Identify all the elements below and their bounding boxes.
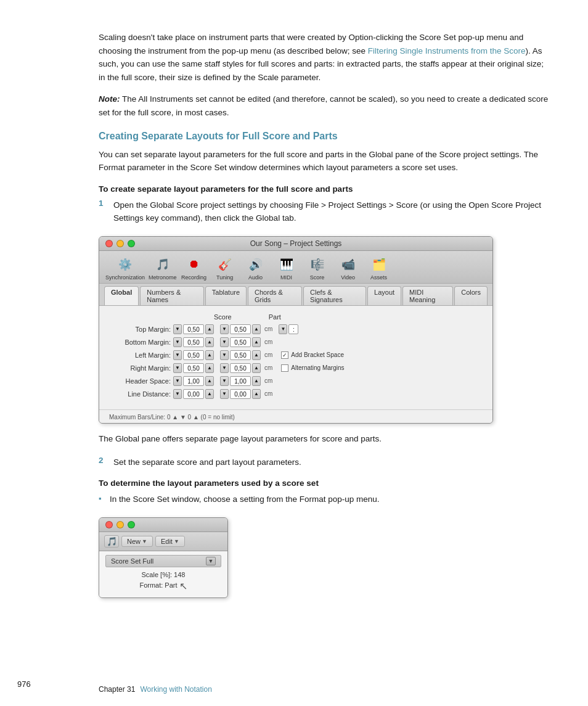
score-set-format-button[interactable]: ▼: [206, 557, 216, 565]
tab-midi-meaning[interactable]: MIDI Meaning: [402, 286, 453, 305]
left-margin-score-val[interactable]: 0,50: [183, 350, 204, 360]
toolbar-audio[interactable]: 🔊 Audio: [242, 256, 269, 281]
toolbar-recording[interactable]: ⏺ Recording: [181, 256, 208, 281]
header-space-score-down[interactable]: ▼: [173, 376, 182, 386]
bottom-margin-score-val[interactable]: 0,50: [183, 337, 204, 347]
alternating-margins-option: Alternating Margins: [281, 364, 344, 372]
top-margin-score-val[interactable]: 0,50: [183, 324, 204, 334]
top-margin-extra-val: :: [288, 324, 298, 334]
header-space-part-spin[interactable]: ▼ 1,00 ▲: [220, 376, 261, 386]
chapter-link[interactable]: Working with Notation: [140, 685, 212, 694]
toolbar-score[interactable]: 🎼 Score: [304, 256, 331, 281]
toolbar-synchronization[interactable]: ⚙️ Synchronization: [105, 256, 145, 281]
line-distance-part-down[interactable]: ▼: [220, 389, 229, 399]
toolbar-metronome[interactable]: 🎵 Metronome: [149, 256, 177, 281]
bottom-margin-score-up[interactable]: ▲: [205, 337, 214, 347]
header-space-unit: cm: [264, 377, 272, 384]
bottom-margin-score-down[interactable]: ▼: [173, 337, 182, 347]
top-margin-part-spin[interactable]: ▼ 0,50 ▲: [220, 324, 261, 334]
left-margin-score-down[interactable]: ▼: [173, 350, 182, 360]
maximize-button[interactable]: [128, 240, 135, 247]
toolbar-assets[interactable]: 🗂️ Assets: [365, 256, 393, 281]
tab-colors[interactable]: Colors: [454, 286, 488, 305]
add-bracket-space-label: Add Bracket Space: [291, 351, 344, 358]
header-space-part-val[interactable]: 1,00: [230, 376, 251, 386]
minimize-button[interactable]: [116, 240, 124, 247]
right-margin-part-spin[interactable]: ▼ 0,50 ▲: [220, 363, 261, 373]
right-margin-part-val[interactable]: 0,50: [230, 363, 251, 373]
filtering-link[interactable]: Filtering Single Instruments from the Sc…: [368, 46, 526, 55]
line-distance-part-val[interactable]: 0,00: [230, 389, 251, 399]
bottom-margin-part-spin[interactable]: ▼ 0,50 ▲: [220, 337, 261, 347]
toolbar-video[interactable]: 📹 Video: [335, 256, 362, 281]
line-distance-score-spin[interactable]: ▼ 0,00 ▲: [173, 389, 214, 399]
score-set-close-button[interactable]: [105, 521, 113, 528]
left-margin-part-val[interactable]: 0,50: [230, 350, 251, 360]
top-margin-part-val[interactable]: 0,50: [230, 324, 251, 334]
video-icon: 📹: [340, 256, 357, 273]
tab-tablature[interactable]: Tablature: [205, 286, 247, 305]
clipped-row-text: Maximum Bars/Line: 0 ▲ ▼ 0 ▲ (0 = no lim…: [109, 414, 483, 421]
synchronization-icon: ⚙️: [116, 256, 134, 273]
top-margin-extra-spin[interactable]: ▼ :: [279, 324, 298, 334]
header-space-part-down[interactable]: ▼: [220, 376, 229, 386]
bottom-margin-part-down[interactable]: ▼: [220, 337, 229, 347]
right-margin-score-down[interactable]: ▼: [173, 363, 182, 373]
toolbar-tuning[interactable]: 🎸 Tuning: [211, 256, 239, 281]
left-margin-part-up[interactable]: ▲: [252, 350, 261, 360]
header-space-score-spin[interactable]: ▼ 1,00 ▲: [173, 376, 214, 386]
tab-global[interactable]: Global: [104, 286, 139, 305]
right-margin-score-spin[interactable]: ▼ 0,50 ▲: [173, 363, 214, 373]
header-space-part-up[interactable]: ▲: [252, 376, 261, 386]
line-distance-part-up[interactable]: ▲: [252, 389, 261, 399]
top-margin-unit: cm: [264, 326, 272, 332]
top-margin-part-down[interactable]: ▼: [220, 324, 229, 334]
top-margin-extra-down[interactable]: ▼: [279, 324, 287, 334]
add-bracket-space-checkbox[interactable]: [281, 351, 288, 359]
tab-chords-grids[interactable]: Chords & Grids: [248, 286, 302, 305]
bottom-margin-score-spin[interactable]: ▼ 0,50 ▲: [173, 337, 214, 347]
left-margin-part-spin[interactable]: ▼ 0,50 ▲: [220, 350, 261, 360]
top-margin-score-down[interactable]: ▼: [173, 324, 182, 334]
right-margin-score-val[interactable]: 0,50: [183, 363, 204, 373]
top-margin-part-up[interactable]: ▲: [252, 324, 261, 334]
add-bracket-space-option: Add Bracket Space: [281, 351, 344, 359]
format-label: Format: Part: [139, 581, 177, 589]
score-set-min-button[interactable]: [116, 521, 124, 528]
project-settings-window: Our Song – Project Settings ⚙️ Synchroni…: [99, 236, 493, 424]
alternating-margins-checkbox[interactable]: [281, 364, 288, 372]
line-distance-score-down[interactable]: ▼: [173, 389, 182, 399]
bottom-margin-unit: cm: [264, 339, 272, 345]
toolbar-midi[interactable]: 🎹 MIDI: [273, 256, 300, 281]
line-distance-score-up[interactable]: ▲: [205, 389, 214, 399]
left-margin-score-up[interactable]: ▲: [205, 350, 214, 360]
tuning-icon: 🎸: [216, 256, 234, 273]
bottom-margin-part-val[interactable]: 0,50: [230, 337, 251, 347]
score-set-titlebar: [99, 518, 227, 532]
header-space-score-val[interactable]: 1,00: [183, 376, 204, 386]
left-margin-score-spin[interactable]: ▼ 0,50 ▲: [173, 350, 214, 360]
bottom-margin-part-up[interactable]: ▲: [252, 337, 261, 347]
right-margin-score-up[interactable]: ▲: [205, 363, 214, 373]
close-button[interactable]: [105, 240, 113, 247]
tab-layout[interactable]: Layout: [367, 286, 401, 305]
tab-clefs-signatures[interactable]: Clefs & Signatures: [303, 286, 366, 305]
top-margin-score-up[interactable]: ▲: [205, 324, 214, 334]
item-1-number: 1: [99, 199, 107, 225]
score-set-edit-button[interactable]: Edit ▼: [155, 536, 185, 547]
score-set-max-button[interactable]: [128, 521, 135, 528]
line-distance-score-val[interactable]: 0,00: [183, 389, 204, 399]
top-margin-score-spin[interactable]: ▼ 0,50 ▲: [173, 324, 214, 334]
video-label: Video: [341, 274, 355, 281]
right-margin-part-down[interactable]: ▼: [220, 363, 229, 373]
right-margin-part-up[interactable]: ▲: [252, 363, 261, 373]
header-space-score-up[interactable]: ▲: [205, 376, 214, 386]
tab-numbers-names[interactable]: Numbers & Names: [140, 286, 204, 305]
audio-label: Audio: [248, 274, 263, 281]
note-label: Note:: [99, 94, 120, 104]
score-set-new-button[interactable]: New ▼: [121, 536, 153, 547]
left-margin-part-down[interactable]: ▼: [220, 350, 229, 360]
line-distance-part-spin[interactable]: ▼ 0,00 ▲: [220, 389, 261, 399]
right-margin-row: Right Margin: ▼ 0,50 ▲ ▼ 0,50 ▲: [109, 363, 483, 373]
edit-btn-label: Edit: [161, 538, 173, 545]
